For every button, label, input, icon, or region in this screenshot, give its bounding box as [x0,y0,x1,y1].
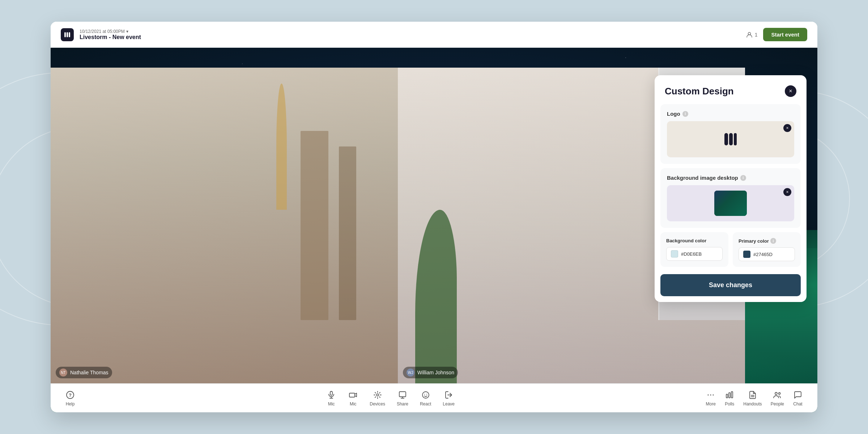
start-event-button[interactable]: Start event [763,28,807,41]
svg-point-14 [708,394,709,395]
toolbar-handouts[interactable]: Handouts [743,390,762,407]
app-logo [61,28,74,41]
svg-rect-1 [67,32,68,37]
toolbar-devices[interactable]: Devices [370,390,385,407]
primary-color-picker[interactable]: #27465D [739,247,795,261]
toolbar-polls[interactable]: Polls [724,390,735,407]
background-image-section: Background image desktop i × [660,168,801,228]
participant-label-william: WJ William Johnson [403,367,458,378]
top-bar: 10/12/2021 at 05:00PM ▾ Livestorm - New … [51,22,817,48]
background-image-label: Background image desktop i [667,175,794,181]
attendee-count: 1 [746,31,758,38]
bottom-toolbar: ? Help [51,383,817,412]
svg-point-16 [713,394,714,395]
participant-name-william: William Johnson [417,370,454,375]
background-image-preview[interactable]: × [667,185,794,221]
react-label: React [420,401,431,407]
toolbar-left: ? Help [65,390,75,407]
background-color-picker[interactable]: #D0E6EB [666,247,723,261]
main-content: NT Nathalie Thomas WJ William Johnson [51,48,817,412]
colors-row: Background color #D0E6EB Primary color i [660,232,801,267]
mic-label-1: Mic [328,401,335,407]
toolbar-share[interactable]: Share [397,390,408,407]
toolbar-chat[interactable]: Chat [793,390,803,407]
svg-text:?: ? [69,392,72,398]
svg-point-23 [779,392,780,394]
help-icon: ? [65,390,75,400]
toolbar-mic-2[interactable]: Mic [348,390,358,407]
svg-rect-0 [64,32,66,37]
toolbar-help[interactable]: ? Help [65,390,75,407]
panel-title: Custom Design [665,86,734,97]
bg-image-remove-button[interactable]: × [783,188,791,196]
svg-point-22 [775,392,777,395]
panel-close-button[interactable]: × [785,85,796,97]
polls-label: Polls [725,401,734,407]
camera-icon [348,390,358,400]
polls-icon [724,390,735,400]
toolbar-center: Mic Mic [326,390,455,407]
logo-preview-area[interactable]: × [667,121,794,157]
background-image-thumbnail [714,191,747,216]
primary-color-label: Primary color i [739,238,795,244]
background-color-card: Background color #D0E6EB [660,232,728,267]
video-feed-nathalie: NT Nathalie Thomas [51,68,398,383]
handouts-icon [748,390,758,400]
svg-rect-17 [726,394,728,398]
leave-label: Leave [443,401,455,407]
people-icon [772,390,782,400]
svg-point-13 [426,394,427,395]
svg-rect-26 [734,133,737,145]
devices-icon [373,390,383,400]
svg-point-15 [710,394,711,395]
devices-label: Devices [370,401,385,407]
panel-header: Custom Design × [655,75,807,104]
custom-design-panel: Custom Design × Logo i [655,75,807,302]
react-icon [421,390,431,400]
svg-point-12 [424,394,425,395]
svg-rect-2 [69,32,70,37]
bg-image-info-icon: i [740,175,746,181]
participant-name-nathalie: Nathalie Thomas [70,370,109,375]
svg-rect-10 [399,392,406,397]
more-label: More [706,401,716,407]
svg-point-9 [376,394,379,396]
more-icon [706,390,716,400]
toolbar-more[interactable]: More [706,390,716,407]
background-color-swatch [671,250,678,258]
toolbar-people[interactable]: People [771,390,784,407]
toolbar-mic-1[interactable]: Mic [326,390,336,407]
logo-section-label: Logo i [667,111,794,117]
event-date: 10/12/2021 at 05:00PM ▾ [80,29,141,34]
save-changes-button[interactable]: Save changes [660,274,801,296]
event-info: 10/12/2021 at 05:00PM ▾ Livestorm - New … [80,29,141,41]
chevron-down-icon: ▾ [126,29,128,34]
toolbar-right: More Polls [706,390,803,407]
chat-icon [793,390,803,400]
chat-label: Chat [793,401,802,407]
mic-label-2: Mic [350,401,357,407]
toolbar-react[interactable]: React [420,390,431,407]
help-label: Help [66,401,75,407]
logo-info-icon: i [682,111,688,117]
svg-rect-25 [729,133,733,145]
app-window: 10/12/2021 at 05:00PM ▾ Livestorm - New … [51,22,817,412]
share-label: Share [397,401,408,407]
panel-body: Logo i × [655,104,807,273]
primary-color-swatch [743,251,750,258]
background-color-label: Background color [666,238,723,243]
handouts-label: Handouts [743,401,762,407]
toolbar-leave[interactable]: Leave [443,390,455,407]
logo-remove-button[interactable]: × [783,124,791,132]
top-bar-right: 1 Start event [746,28,807,41]
svg-rect-18 [729,393,730,398]
video-feeds-container: NT Nathalie Thomas WJ William Johnson [51,68,745,383]
microphone-icon [326,390,336,400]
avatar-william: WJ [407,369,414,376]
leave-icon [444,390,454,400]
svg-rect-19 [731,392,733,398]
primary-color-hex: #27465D [753,252,773,257]
nathalie-room-bg [51,68,398,383]
share-icon [397,390,408,400]
background-color-hex: #D0E6EB [681,251,702,257]
